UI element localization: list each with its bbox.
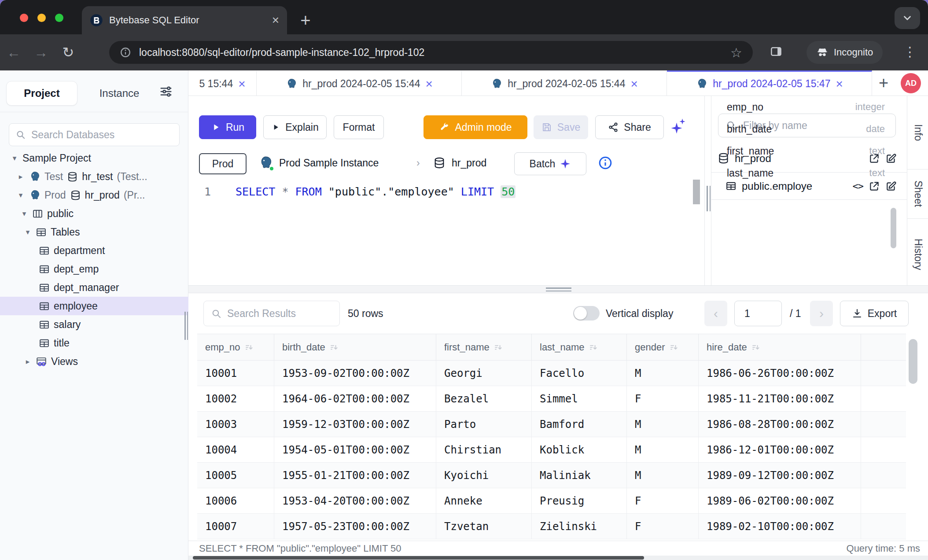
format-button[interactable]: Format [334,115,384,139]
forward-button[interactable]: → [27,44,55,61]
worksheet-tab-4-active[interactable]: hr_prod 2024-02-05 15:47× [667,70,872,96]
sort-icon[interactable] [244,343,253,352]
explain-button[interactable]: Explain [263,115,327,139]
tree-item-table-employee[interactable]: employee [0,297,188,315]
results-resize-handle[interactable] [546,287,571,293]
close-icon[interactable]: × [238,78,245,90]
column-header-hire-date[interactable]: hire_date [699,334,861,360]
close-icon[interactable]: × [425,78,432,90]
tree-item-table-salary[interactable]: salary [0,315,188,334]
vertical-display-toggle[interactable] [573,306,600,321]
browser-tab[interactable]: Bytebase SQL Editor × [82,6,287,34]
column-header-emp-no[interactable]: emp_no [197,334,274,360]
table-row[interactable]: 10004 1954-05-01T00:00:00Z Chirstian Kob… [197,437,906,463]
tab-history[interactable]: History [907,219,928,291]
editor-scrollbar[interactable] [693,180,700,204]
sort-icon[interactable] [589,343,597,352]
table-row[interactable]: 10005 1955-01-21T00:00:00Z Kyoichi Malin… [197,463,906,488]
results-scrollbar[interactable] [909,339,917,384]
tree-item-schema-public[interactable]: ▾ public [0,204,188,223]
column-header-last-name[interactable]: last_name [532,334,627,360]
tree-item-table-title[interactable]: title [0,334,188,352]
tree-item-hr-test[interactable]: ▸ Test hr_test (Test... [0,167,188,186]
tree-item-table-dept-emp[interactable]: dept_emp [0,260,188,278]
panel-resize-handle[interactable] [707,186,711,211]
tab-close-icon[interactable]: × [272,14,279,26]
results-table: emp_no birth_date first_name last_name g… [197,334,906,539]
browser-menu-icon[interactable]: ⋮ [903,44,917,59]
tab-sheet[interactable]: Sheet [907,169,928,219]
horizontal-scrollbar-thumb[interactable] [193,556,644,560]
info-icon[interactable] [598,155,613,170]
traffic-light-close-button[interactable] [20,14,28,22]
tab-instance[interactable]: Instance [86,81,152,106]
tree-item-tables-group[interactable]: ▾ Tables [0,223,188,241]
tab-project[interactable]: Project [6,81,77,106]
tree-item-table-department[interactable]: department [0,241,188,260]
worksheet-tab-3[interactable]: hr_prod 2024-02-05 15:44× [462,70,667,96]
traffic-light-zoom-button[interactable] [55,14,63,22]
database-name[interactable]: hr_prod [452,147,486,178]
column-row[interactable]: birth_date date [711,118,896,140]
user-avatar[interactable]: AD [901,73,921,93]
table-row[interactable]: 10001 1953-09-02T00:00:00Z Georgi Facell… [197,361,906,386]
next-page-button[interactable]: › [810,301,833,326]
side-panel-icon[interactable] [770,45,783,58]
url-bar[interactable]: localhost:8080/sql-editor/prod-sample-in… [109,41,753,64]
reload-button[interactable]: ↻ [55,44,82,61]
new-worksheet-button[interactable]: + [872,70,895,96]
table-row[interactable]: 10003 1959-12-03T00:00:00Z Parto Bamford… [197,412,906,437]
instance-name[interactable]: Prod Sample Instance [279,147,379,178]
horizontal-scrollbar[interactable] [188,556,928,560]
page-number-input[interactable]: 1 [734,301,782,326]
export-button[interactable]: Export [840,301,909,326]
table-row[interactable]: 10002 1964-06-02T00:00:00Z Bezalel Simme… [197,386,906,412]
tab-info[interactable]: Info [907,96,928,169]
sidebar-resize-handle[interactable] [184,312,188,340]
caret-right-icon[interactable]: ▸ [24,357,32,366]
sort-icon[interactable] [751,343,760,352]
run-button[interactable]: Run [199,115,256,139]
sort-icon[interactable] [669,343,678,352]
caret-down-icon[interactable]: ▾ [11,154,18,163]
column-list-scrollbar[interactable] [891,208,896,248]
column-row[interactable]: last_name text [711,162,896,184]
caret-down-icon[interactable]: ▾ [24,228,32,237]
tree-item-hr-prod[interactable]: ▾ Prod hr_prod (Pr... [0,186,188,204]
admin-mode-button[interactable]: Admin mode [423,115,527,139]
prev-page-button[interactable]: ‹ [704,301,727,326]
share-button[interactable]: Share [595,115,664,139]
column-header-gender[interactable]: gender [627,334,699,360]
save-button[interactable]: Save [534,115,588,139]
column-row[interactable]: first_name text [711,140,896,162]
tree-item-views-group[interactable]: ▸ Views [0,352,188,371]
batch-button[interactable]: Batch [514,152,586,175]
tab-list-button[interactable] [895,7,920,29]
caret-down-icon[interactable]: ▾ [20,209,28,218]
worksheet-tab-1[interactable]: 5 15:44× [188,70,257,96]
new-tab-button[interactable]: + [293,8,318,33]
column-header-birth-date[interactable]: birth_date [274,334,436,360]
search-databases-input[interactable]: Search Databases [9,123,180,146]
tree-item-sample-project[interactable]: ▾ Sample Project [0,149,188,167]
worksheet-tab-2[interactable]: hr_prod 2024-02-05 15:44× [257,70,462,96]
caret-down-icon[interactable]: ▾ [17,191,25,200]
column-header-first-name[interactable]: first_name [436,334,532,360]
column-row[interactable]: emp_no integer [711,96,896,118]
close-icon[interactable]: × [836,78,843,90]
caret-right-icon[interactable]: ▸ [17,172,25,181]
bookmark-star-icon[interactable]: ☆ [730,45,742,60]
sql-code-editor[interactable]: 1 SELECT * FROM "public"."employee" LIMI… [188,178,704,285]
close-icon[interactable]: × [630,78,637,90]
site-info-icon[interactable] [120,47,131,58]
traffic-light-minimize-button[interactable] [37,14,46,22]
table-row[interactable]: 10007 1957-05-23T00:00:00Z Tzvetan Zieli… [197,514,906,539]
filter-settings-icon[interactable] [159,85,173,98]
ai-assistant-icon[interactable] [668,118,686,136]
back-button[interactable]: ← [0,44,27,61]
table-row[interactable]: 10006 1953-04-20T00:00:00Z Anneke Preusi… [197,488,906,514]
search-results-input[interactable]: Search Results [203,301,340,326]
sort-icon[interactable] [329,343,338,352]
sort-icon[interactable] [493,343,502,352]
tree-item-table-dept-manager[interactable]: dept_manager [0,278,188,297]
